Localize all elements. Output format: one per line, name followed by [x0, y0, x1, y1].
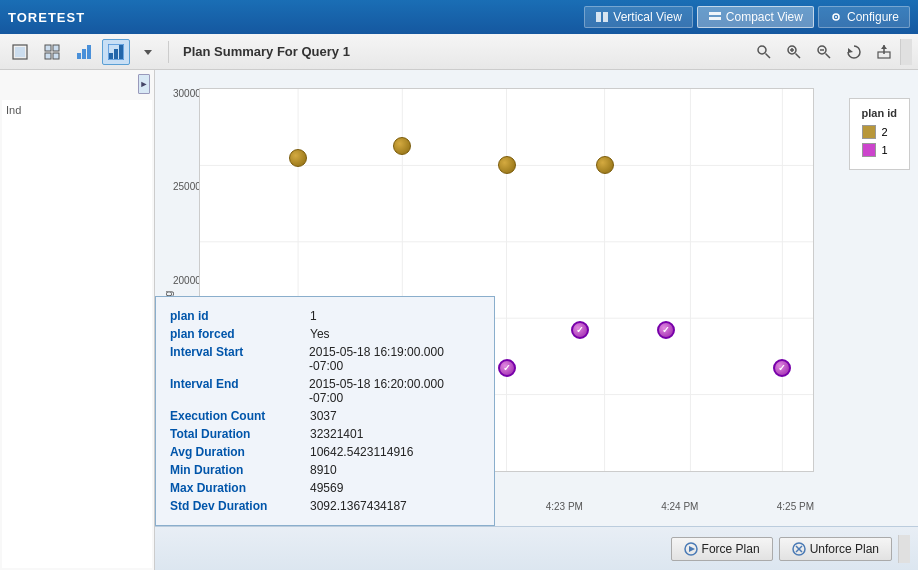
- tooltip-val-plan-id: 1: [310, 309, 317, 323]
- svg-rect-8: [45, 45, 51, 51]
- tooltip-val-avg-dur: 10642.5423114916: [310, 445, 413, 459]
- legend-label-2: 2: [882, 126, 888, 138]
- force-plan-icon: [684, 542, 698, 556]
- tooltip-val-total-dur: 32321401: [310, 427, 363, 441]
- gold-point-1[interactable]: [289, 149, 307, 167]
- gold-point-2[interactable]: [393, 137, 411, 155]
- compact-view-button[interactable]: Compact View: [697, 6, 814, 28]
- export-icon: [876, 44, 892, 60]
- svg-marker-44: [689, 546, 695, 552]
- svg-marker-29: [848, 48, 853, 53]
- tooltip-key-exec-count: Execution Count: [170, 409, 310, 423]
- legend-label-1: 1: [882, 144, 888, 156]
- tooltip-val-exec-count: 3037: [310, 409, 337, 423]
- vertical-view-icon: [595, 10, 609, 24]
- main-toolbar: Plan Summary For Query 1: [0, 34, 918, 70]
- zoom-in-icon: [786, 44, 802, 60]
- tooltip-row-interval-end: Interval End 2015-05-18 16:20:00.000 -07…: [170, 375, 480, 407]
- svg-point-20: [758, 46, 766, 54]
- force-plan-label: Force Plan: [702, 542, 760, 556]
- toolbar-btn-3[interactable]: [70, 39, 98, 65]
- vertical-view-label: Vertical View: [613, 10, 681, 24]
- x-tick-4: 4:23 PM: [546, 501, 583, 512]
- svg-rect-12: [77, 53, 81, 59]
- legend-item-2: 2: [862, 125, 897, 139]
- force-plan-button[interactable]: Force Plan: [671, 537, 773, 561]
- toolbar-action-3[interactable]: [810, 39, 838, 65]
- toolbar-icon-3: [76, 44, 92, 60]
- vertical-view-button[interactable]: Vertical View: [584, 6, 692, 28]
- toolbar-action-4[interactable]: [840, 39, 868, 65]
- title-bar-buttons: Vertical View Compact View Configure: [584, 6, 910, 28]
- legend-item-1: 1: [862, 143, 897, 157]
- checked-point-6[interactable]: ✓: [773, 359, 791, 377]
- toolbar-btn-2[interactable]: [38, 39, 66, 65]
- tooltip-val-min-dur: 8910: [310, 463, 337, 477]
- svg-rect-11: [53, 53, 59, 59]
- right-panel: Avg 30000 25000 20000 15000 10000: [155, 70, 918, 570]
- tooltip-val-interval-end: 2015-05-18 16:20:00.000 -07:00: [309, 377, 480, 405]
- svg-rect-3: [709, 17, 721, 20]
- toolbar-action-5[interactable]: [870, 39, 898, 65]
- toolbar-action-1[interactable]: [750, 39, 778, 65]
- tooltip-row-plan-forced: plan forced Yes: [170, 325, 480, 343]
- left-panel-label: Ind: [2, 100, 152, 120]
- svg-marker-32: [881, 45, 887, 49]
- configure-button[interactable]: Configure: [818, 6, 910, 28]
- gold-point-3[interactable]: [498, 156, 516, 174]
- tooltip-val-plan-forced: Yes: [310, 327, 330, 341]
- checked-point-4[interactable]: ✓: [571, 321, 589, 339]
- toolbar-btn-4[interactable]: [102, 39, 130, 65]
- collapse-left-btn[interactable]: ►: [138, 74, 150, 94]
- svg-point-5: [835, 16, 837, 18]
- tooltip-panel: plan id 1 plan forced Yes Interval Start…: [155, 296, 495, 526]
- toolbar-action-2[interactable]: [780, 39, 808, 65]
- tooltip-key-total-dur: Total Duration: [170, 427, 310, 441]
- checked-point-3[interactable]: ✓: [498, 359, 516, 377]
- y-tick-3: 20000: [173, 275, 199, 286]
- plan-summary-title: Plan Summary For Query 1: [183, 44, 746, 59]
- svg-line-21: [766, 53, 771, 58]
- title-bar: TORETEST Vertical View Compact View Conf…: [0, 0, 918, 34]
- toolbar-btn-1[interactable]: [6, 39, 34, 65]
- bottom-action-bar: Force Plan Unforce Plan: [155, 526, 918, 570]
- zoom-out-icon: [816, 44, 832, 60]
- legend-title: plan id: [862, 107, 897, 119]
- svg-rect-15: [109, 53, 113, 59]
- tooltip-row-interval-start: Interval Start 2015-05-18 16:19:00.000 -…: [170, 343, 480, 375]
- unforce-plan-label: Unforce Plan: [810, 542, 879, 556]
- toolbar-icon-1: [12, 44, 28, 60]
- svg-rect-7: [15, 47, 25, 57]
- tooltip-key-min-dur: Min Duration: [170, 463, 310, 477]
- svg-rect-9: [53, 45, 59, 51]
- svg-rect-2: [709, 12, 721, 15]
- compact-view-icon: [708, 10, 722, 24]
- configure-label: Configure: [847, 10, 899, 24]
- tooltip-row-plan-id: plan id 1: [170, 307, 480, 325]
- bottom-scroll[interactable]: [898, 535, 910, 563]
- x-tick-5: 4:24 PM: [661, 501, 698, 512]
- tooltip-val-interval-start: 2015-05-18 16:19:00.000 -07:00: [309, 345, 480, 373]
- checked-point-5[interactable]: ✓: [657, 321, 675, 339]
- compact-view-label: Compact View: [726, 10, 803, 24]
- app-title: TORETEST: [8, 10, 85, 25]
- svg-line-27: [826, 53, 831, 58]
- tooltip-key-interval-end: Interval End: [170, 377, 309, 405]
- toolbar-scroll[interactable]: [900, 39, 912, 65]
- svg-marker-19: [144, 50, 152, 55]
- tooltip-row-max-dur: Max Duration 49569: [170, 479, 480, 497]
- svg-rect-1: [603, 12, 608, 22]
- tooltip-row-total-dur: Total Duration 32321401: [170, 425, 480, 443]
- tooltip-row-avg-dur: Avg Duration 10642.5423114916: [170, 443, 480, 461]
- gold-point-4[interactable]: [596, 156, 614, 174]
- svg-rect-0: [596, 12, 601, 22]
- chart-legend: plan id 2 1: [849, 98, 910, 170]
- toolbar-dropdown-btn[interactable]: [134, 39, 162, 65]
- legend-swatch-magenta: [862, 143, 876, 157]
- tooltip-val-stddev-dur: 3092.1367434187: [310, 499, 407, 513]
- toolbar-dropdown-icon: [140, 44, 156, 60]
- unforce-plan-button[interactable]: Unforce Plan: [779, 537, 892, 561]
- svg-rect-14: [87, 45, 91, 59]
- toolbar-divider: [168, 41, 169, 63]
- svg-rect-16: [114, 49, 118, 59]
